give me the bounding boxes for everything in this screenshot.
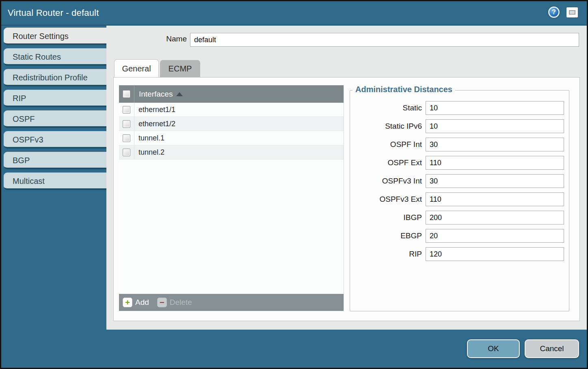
general-tab-panel: Interfaces ethernet1/1 ethernet (113, 77, 580, 321)
administrative-distances-title: Administrative Distances (352, 85, 455, 94)
add-icon: + (123, 298, 132, 307)
static-ipv6-input[interactable] (426, 119, 564, 133)
select-all-cell (119, 85, 134, 103)
cancel-button[interactable]: Cancel (525, 339, 579, 358)
administrative-distances-fieldset: Administrative Distances Static Static I… (350, 90, 569, 311)
row-checkbox-cell (119, 103, 134, 117)
add-button[interactable]: + Add (123, 298, 149, 307)
add-label: Add (135, 298, 149, 307)
table-row-ethernet1-2[interactable]: ethernet1/2 (119, 117, 344, 131)
static-ipv6-label: Static IPv6 (350, 119, 426, 133)
sidebar-item-router-settings[interactable]: Router Settings (4, 28, 106, 45)
ospf-ext-input[interactable] (426, 156, 564, 170)
sidebar-item-static-routes[interactable]: Static Routes (4, 48, 106, 66)
delete-button[interactable]: − Delete (157, 298, 192, 307)
sidebar: Router Settings Static Routes Redistribu… (4, 28, 106, 193)
interface-name: tunnel.1 (134, 134, 164, 142)
field-row-ospfv3-ext: OSPFv3 Ext (350, 192, 569, 206)
row-checkbox[interactable] (123, 120, 130, 128)
ospf-int-label: OSPF Int (350, 138, 426, 151)
row-checkbox[interactable] (123, 134, 130, 142)
interface-name: ethernet1/2 (134, 120, 175, 128)
field-row-ospf-int: OSPF Int (350, 138, 569, 151)
field-row-static-ipv6: Static IPv6 (350, 119, 569, 133)
help-icon[interactable]: ? (548, 6, 560, 18)
interfaces-table: Interfaces ethernet1/1 ethernet (119, 85, 344, 311)
ibgp-input[interactable] (426, 211, 564, 224)
static-input[interactable] (426, 101, 564, 115)
interfaces-table-body: ethernet1/1 ethernet1/2 tunnel.1 (119, 103, 344, 294)
virtual-router-dialog: Virtual Router - default ? Router Settin… (0, 0, 588, 369)
row-checkbox-cell (119, 117, 134, 131)
name-label: Name (106, 35, 187, 43)
sidebar-item-redistribution-profile[interactable]: Redistribution Profile (4, 69, 106, 86)
ospf-int-input[interactable] (426, 138, 564, 151)
maximize-icon[interactable] (566, 7, 578, 17)
ospfv3-ext-input[interactable] (426, 192, 564, 206)
field-row-static: Static (350, 101, 569, 115)
sidebar-item-ospfv3[interactable]: OSPFv3 (4, 131, 106, 149)
sidebar-item-rip[interactable]: RIP (4, 90, 106, 107)
ospfv3-int-input[interactable] (426, 174, 564, 188)
row-checkbox-cell (119, 145, 134, 159)
row-checkbox[interactable] (123, 106, 130, 114)
table-row-tunnel-1[interactable]: tunnel.1 (119, 131, 344, 145)
name-input[interactable] (190, 33, 579, 47)
administrative-distances-rows: Static Static IPv6 OSPF Int OSPF Ext (350, 101, 569, 265)
rip-label: RIP (350, 247, 426, 261)
delete-icon: − (157, 298, 167, 307)
tab-ecmp[interactable]: ECMP (160, 60, 200, 77)
delete-label: Delete (170, 298, 192, 307)
field-row-ospf-ext: OSPF Ext (350, 156, 569, 170)
help-glyph: ? (552, 9, 556, 16)
field-row-ospfv3-int: OSPFv3 Int (350, 174, 569, 188)
row-checkbox[interactable] (123, 149, 130, 156)
ospf-ext-label: OSPF Ext (350, 156, 426, 170)
table-toolbar: + Add − Delete (119, 294, 344, 311)
field-row-rip: RIP (350, 247, 569, 261)
field-row-ebgp: EBGP (350, 229, 569, 243)
rip-input[interactable] (426, 247, 564, 261)
ospfv3-int-label: OSPFv3 Int (350, 174, 426, 188)
select-all-checkbox[interactable] (123, 90, 130, 98)
ebgp-label: EBGP (350, 229, 426, 243)
table-row-ethernet1-1[interactable]: ethernet1/1 (119, 103, 344, 117)
field-row-ibgp: IBGP (350, 211, 569, 224)
static-label: Static (350, 101, 426, 115)
sort-ascending-icon (176, 92, 183, 96)
ibgp-label: IBGP (350, 211, 426, 224)
title-bar: Virtual Router - default ? (1, 1, 587, 26)
sidebar-item-multicast[interactable]: Multicast (4, 173, 106, 190)
table-row-tunnel-2[interactable]: tunnel.2 (119, 145, 344, 160)
interface-name: tunnel.2 (134, 148, 164, 157)
ok-button[interactable]: OK (467, 339, 520, 358)
content-area: Name General ECMP Interfaces (106, 26, 587, 330)
maximize-icon-inner (569, 10, 575, 15)
sidebar-item-ospf[interactable]: OSPF (4, 110, 106, 128)
row-checkbox-cell (119, 131, 134, 145)
interface-name: ethernet1/1 (134, 106, 175, 114)
ebgp-input[interactable] (426, 229, 564, 243)
sidebar-item-bgp[interactable]: BGP (4, 152, 106, 169)
dialog-title: Virtual Router - default (8, 8, 99, 18)
ospfv3-ext-label: OSPFv3 Ext (350, 192, 426, 206)
interfaces-header-label: Interfaces (134, 90, 173, 99)
interfaces-column-header[interactable]: Interfaces (119, 85, 344, 103)
tab-general[interactable]: General (114, 59, 159, 77)
